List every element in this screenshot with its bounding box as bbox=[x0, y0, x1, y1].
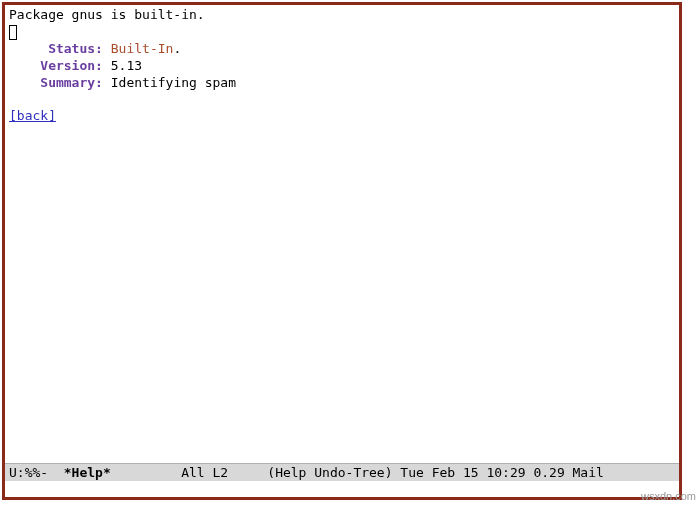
emacs-window: Package gnus is built-in. Status: Built-… bbox=[2, 2, 682, 500]
mode-line[interactable]: U:%%- *Help* All L2 (Help Undo-Tree) Tue… bbox=[5, 463, 679, 481]
summary-label: Summary: bbox=[40, 75, 103, 90]
modeline-left: U:%%- bbox=[9, 465, 64, 480]
status-value: Built-In bbox=[111, 41, 174, 56]
version-value: 5.13 bbox=[111, 58, 142, 73]
echo-area[interactable] bbox=[5, 481, 679, 497]
version-label: Version: bbox=[40, 58, 103, 73]
back-line: [back] bbox=[9, 108, 675, 125]
modeline-buffer-name: *Help* bbox=[64, 465, 111, 480]
back-link[interactable]: [back] bbox=[9, 108, 56, 123]
status-line: Status: Built-In. bbox=[9, 41, 675, 58]
status-punct: . bbox=[173, 41, 181, 56]
blank-line bbox=[9, 91, 675, 108]
watermark: wsxdn.com bbox=[641, 489, 696, 503]
cursor-line bbox=[9, 24, 675, 41]
status-label: Status: bbox=[48, 41, 103, 56]
version-line: Version: 5.13 bbox=[9, 58, 675, 75]
modeline-mid: All L2 (Help Undo-Tree) Tue Feb 15 10:29… bbox=[111, 465, 604, 480]
summary-line: Summary: Identifying spam bbox=[9, 75, 675, 92]
package-header-line: Package gnus is built-in. bbox=[9, 7, 675, 24]
help-buffer[interactable]: Package gnus is built-in. Status: Built-… bbox=[5, 5, 679, 463]
cursor-icon bbox=[9, 25, 17, 40]
summary-value: Identifying spam bbox=[111, 75, 236, 90]
